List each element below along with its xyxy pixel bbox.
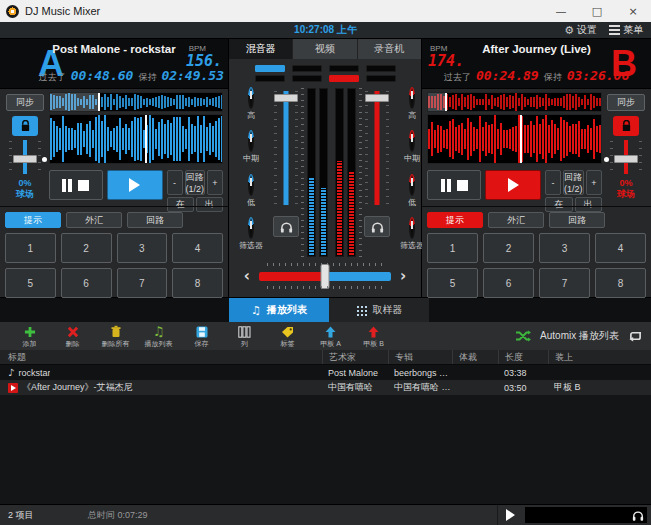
deck-b-loop-plus-button[interactable]: + bbox=[586, 170, 602, 195]
delete-all-button[interactable]: 删除所有 bbox=[94, 325, 137, 349]
column-genre[interactable]: 体裁 bbox=[452, 350, 498, 364]
preview-play-button[interactable] bbox=[497, 505, 523, 525]
deck-a-pad-3[interactable]: 3 bbox=[117, 233, 168, 263]
crossfader-left-arrow[interactable]: ‹ bbox=[244, 267, 250, 285]
deck-b-pad-1[interactable]: 1 bbox=[427, 233, 478, 263]
deck-b-headphone-button[interactable] bbox=[364, 216, 390, 237]
deck-b-pad-7[interactable]: 7 bbox=[539, 268, 590, 298]
top-strip: 10:27:08 上午 ⚙ 设置 菜单 bbox=[0, 22, 651, 38]
deck-a-pad-1[interactable]: 1 bbox=[5, 233, 56, 263]
deck-b-loop-minus-button[interactable]: - bbox=[545, 170, 561, 195]
crossfader-handle[interactable] bbox=[321, 264, 330, 289]
deck-a-pad-7[interactable]: 7 bbox=[117, 268, 168, 298]
lock-icon bbox=[20, 120, 31, 132]
deck-b-low-knob[interactable] bbox=[411, 175, 413, 194]
close-button[interactable]: × bbox=[615, 0, 651, 22]
deck-a-play-button[interactable] bbox=[107, 170, 163, 200]
deck-a-volume-fader[interactable] bbox=[271, 89, 301, 207]
deck-a-times: 过去了 00:48.60 保持 02:49.53 bbox=[39, 68, 224, 84]
deck-b-filter-knob[interactable] bbox=[411, 218, 413, 237]
deck-a-overview-wave[interactable] bbox=[49, 92, 223, 112]
column-title[interactable]: 标题 bbox=[0, 350, 322, 364]
deck-a-tab-cue[interactable]: 提示 bbox=[5, 212, 61, 228]
deck-b-tab-fx[interactable]: 外汇 bbox=[488, 212, 544, 228]
deck-a-transport: - 回路 (1/2) + 在 出 bbox=[49, 170, 223, 200]
deck-b-tab-cue[interactable]: 提示 bbox=[427, 212, 483, 228]
deck-a-mid-knob[interactable] bbox=[250, 131, 252, 150]
add-button[interactable]: 添加 bbox=[8, 325, 51, 349]
settings-button[interactable]: ⚙ 设置 bbox=[564, 23, 597, 37]
tab-recorder[interactable]: 录音机 bbox=[358, 39, 421, 59]
maximize-button[interactable]: □ bbox=[579, 0, 615, 22]
columns-button[interactable]: 列 bbox=[223, 325, 266, 349]
deck-b-pitch-handle[interactable] bbox=[614, 155, 638, 163]
deck-a-loop-plus-button[interactable]: + bbox=[207, 170, 223, 195]
deck-a-pad-4[interactable]: 4 bbox=[172, 233, 223, 263]
deck-a-pause-stop-button[interactable] bbox=[49, 170, 103, 200]
crossfader-right-arrow[interactable]: › bbox=[400, 267, 406, 285]
deck-a-pad-5[interactable]: 5 bbox=[5, 268, 56, 298]
table-row[interactable]: 《After Journey》-艾福杰尼 中国有嘻哈 中国有嘻哈 第.. 03:… bbox=[0, 380, 651, 395]
tab-playlist[interactable]: ♫ 播放列表 bbox=[229, 298, 329, 322]
deck-b-tab-loop[interactable]: 回路 bbox=[549, 212, 605, 228]
deck-a-low-knob[interactable] bbox=[250, 175, 252, 194]
deck-b-pad-2[interactable]: 2 bbox=[483, 233, 534, 263]
deck-a-headphone-button[interactable] bbox=[273, 216, 299, 237]
deck-b-pad-3[interactable]: 3 bbox=[539, 233, 590, 263]
deck-b-volume-fader[interactable] bbox=[362, 89, 392, 207]
deck-a-pad-2[interactable]: 2 bbox=[61, 233, 112, 263]
column-length[interactable]: 长度 bbox=[498, 350, 548, 364]
repeat-icon[interactable] bbox=[628, 330, 643, 342]
deck-b-play-button[interactable] bbox=[485, 170, 541, 200]
column-artist[interactable]: 艺术家 bbox=[322, 350, 388, 364]
deck-a-filter-knob[interactable] bbox=[250, 218, 252, 237]
deck-b-pad-4[interactable]: 4 bbox=[595, 233, 646, 263]
deck-a-loop-minus-button[interactable]: - bbox=[167, 170, 183, 195]
deck-b-overview-wave[interactable] bbox=[427, 92, 602, 112]
deck-a-loop-size-button[interactable]: 回路 (1/2) bbox=[185, 170, 206, 195]
deck-b-loop-size-button[interactable]: 回路 (1/2) bbox=[563, 170, 584, 195]
load-deck-b-button[interactable]: 甲板 B bbox=[352, 325, 395, 349]
column-loaded[interactable]: 装上 bbox=[548, 350, 651, 364]
tags-button[interactable]: 标签 bbox=[266, 325, 309, 349]
deck-b-keylock-button[interactable] bbox=[613, 116, 639, 136]
deck-a-pad-8[interactable]: 8 bbox=[172, 268, 223, 298]
deck-b-pad-6[interactable]: 6 bbox=[483, 268, 534, 298]
tab-video[interactable]: 视频 bbox=[293, 39, 357, 59]
minimize-button[interactable]: — bbox=[543, 0, 579, 22]
menu-button[interactable]: 菜单 bbox=[609, 23, 643, 37]
deck-a-tab-loop[interactable]: 回路 bbox=[127, 212, 183, 228]
crossfader[interactable] bbox=[259, 263, 391, 289]
load-deck-a-button[interactable]: 甲板 A bbox=[309, 325, 352, 349]
deck-b-mid-knob[interactable] bbox=[411, 131, 413, 150]
deck-b-volume-handle[interactable] bbox=[365, 94, 389, 102]
deck-b-sync-button[interactable]: 同步 bbox=[607, 94, 645, 111]
deck-a-main-wave[interactable] bbox=[49, 114, 223, 164]
deck-a-tab-fx[interactable]: 外汇 bbox=[66, 212, 122, 228]
deck-b-pause-stop-button[interactable] bbox=[427, 170, 481, 200]
automix-button[interactable]: Automix 播放列表 bbox=[540, 329, 619, 343]
deck-a-keylock-button[interactable] bbox=[12, 116, 38, 136]
deck-a-volume-handle[interactable] bbox=[274, 94, 298, 102]
deck-a-pitch-handle[interactable] bbox=[13, 155, 37, 163]
column-album[interactable]: 专辑 bbox=[388, 350, 452, 364]
tab-mixer[interactable]: 混音器 bbox=[229, 39, 293, 59]
table-row[interactable]: ♪ rockstar Post Malone beerbongs & b.. 0… bbox=[0, 365, 651, 380]
playlist-button[interactable]: ♫ 播放列表 bbox=[137, 325, 180, 349]
title-bar: DJ Music Mixer — □ × bbox=[0, 0, 651, 22]
deck-a-pitch-slider[interactable] bbox=[3, 139, 47, 175]
deck-a-sync-button[interactable]: 同步 bbox=[6, 94, 44, 111]
save-button[interactable]: 保存 bbox=[180, 325, 223, 349]
delete-button[interactable]: 删除 bbox=[51, 325, 94, 349]
deck-b-pitch-slider[interactable] bbox=[604, 139, 648, 175]
playing-icon bbox=[8, 383, 18, 393]
deck-b-pad-8[interactable]: 8 bbox=[595, 268, 646, 298]
deck-b-high-knob[interactable] bbox=[411, 88, 413, 107]
deck-a-high-knob[interactable] bbox=[250, 88, 252, 107]
deck-a-pad-6[interactable]: 6 bbox=[61, 268, 112, 298]
tab-sampler[interactable]: 取样器 bbox=[329, 298, 429, 322]
mid-label: 中期 bbox=[404, 153, 420, 164]
deck-b-pad-5[interactable]: 5 bbox=[427, 268, 478, 298]
deck-b-main-wave[interactable] bbox=[427, 114, 602, 164]
playlist-empty-area bbox=[0, 395, 651, 505]
